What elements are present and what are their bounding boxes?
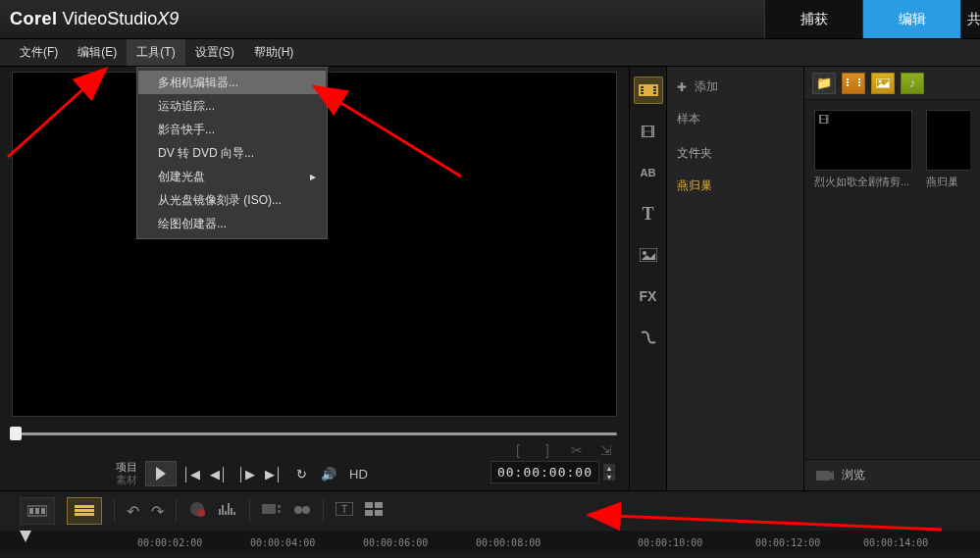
redo-button[interactable]: ↷ <box>151 502 164 521</box>
divider <box>176 499 177 523</box>
timecode-updown: ▲ ▼ <box>603 464 615 481</box>
multicam-button[interactable] <box>365 502 383 520</box>
chevron-right-icon: ▸ <box>310 170 316 183</box>
prev-frame-button[interactable]: ◀│ <box>206 463 232 484</box>
product-version: X9 <box>157 9 179 28</box>
svg-rect-28 <box>262 504 276 514</box>
filter-audio-button[interactable]: ♪ <box>901 73 924 94</box>
svg-rect-21 <box>35 508 39 514</box>
track-motion-button[interactable] <box>293 502 311 520</box>
menu-settings[interactable]: 设置(S) <box>185 39 244 66</box>
timeline-ruler[interactable]: 00:00:02:00 00:00:04:00 00:00:06:00 00:0… <box>0 531 980 550</box>
svg-rect-3 <box>641 92 644 94</box>
svg-text:T: T <box>341 504 347 515</box>
timecode-down[interactable]: ▼ <box>603 473 615 481</box>
tab-capture[interactable]: 捕获 <box>764 0 862 38</box>
film-icon: 🎞 <box>818 114 829 126</box>
add-folder-button[interactable]: ✚ 添加 <box>667 75 803 99</box>
track-motion-icon <box>293 504 311 516</box>
subtitle-button[interactable]: T <box>335 502 353 520</box>
timecode-display[interactable]: 00:00:00:00 <box>490 461 599 483</box>
product-name: VideoStudio <box>63 9 158 28</box>
volume-button[interactable]: 🔊 <box>316 463 341 484</box>
menu-burn-iso[interactable]: 从光盘镜像刻录 (ISO)... <box>138 188 326 212</box>
ruler-tick: 00:00:06:00 <box>363 537 428 548</box>
play-button[interactable] <box>145 461 177 486</box>
menu-multicam-editor[interactable]: 多相机编辑器... <box>138 71 326 94</box>
mark-in-icon[interactable]: [ <box>509 441 527 459</box>
selected-folder[interactable]: 燕归巢 <box>667 174 803 198</box>
play-icon <box>156 467 166 481</box>
title-tab[interactable]: T <box>634 200 663 228</box>
svg-rect-10 <box>847 78 849 80</box>
playback-mode-labels[interactable]: 项目 素材 <box>116 461 137 486</box>
transitions-tab[interactable]: AB <box>634 159 663 186</box>
svg-rect-14 <box>858 81 860 83</box>
graphic-tab[interactable] <box>634 241 663 269</box>
path-icon <box>640 329 657 346</box>
slider-knob[interactable] <box>10 427 22 440</box>
path-tab[interactable] <box>634 324 663 351</box>
thumbnail-grid: 🎞 烈火如歌全剧情剪... 燕归巢 <box>804 100 980 199</box>
next-frame-button[interactable]: │▶ <box>233 463 259 484</box>
filter-photo-button[interactable] <box>871 73 895 94</box>
thumbnail-label: 燕归巢 <box>926 175 970 189</box>
brand-name: Corel <box>10 9 58 28</box>
audio-mixer-button[interactable] <box>218 501 237 521</box>
import-folder-button[interactable]: 📁 <box>812 73 836 94</box>
thumbnail-preview: 🎞 <box>814 110 912 171</box>
repeat-button[interactable]: ↻ <box>288 463 314 484</box>
svg-rect-20 <box>29 508 33 514</box>
source-label: 素材 <box>116 474 137 486</box>
ruler-tick: 00:00:10:00 <box>638 537 702 548</box>
svg-rect-12 <box>847 84 849 86</box>
samples-folder[interactable]: 样本 <box>667 107 803 131</box>
preview-tools: [ ] ✂ ⇲ <box>509 441 615 459</box>
timecode-up[interactable]: ▲ <box>603 464 615 472</box>
thumbnail-item[interactable]: 燕归巢 <box>926 110 970 189</box>
slider-track-bar <box>12 432 617 435</box>
filter-video-button[interactable] <box>842 73 865 94</box>
hd-label[interactable]: HD <box>349 467 368 482</box>
add-folder-label: 添加 <box>695 78 718 95</box>
menu-tools[interactable]: 工具(T) <box>127 39 184 66</box>
undo-button[interactable]: ↶ <box>127 502 139 521</box>
svg-point-17 <box>879 79 882 82</box>
instant-project-tab[interactable]: 🎞 <box>634 118 663 145</box>
auto-music-button[interactable] <box>262 502 282 520</box>
tab-share-partial[interactable]: 共 <box>960 0 980 38</box>
library-content: 📁 ♪ 🎞 烈火如歌全剧情剪... <box>804 67 980 490</box>
mark-out-icon[interactable]: ] <box>539 441 556 459</box>
go-end-button[interactable]: ▶│ <box>261 463 286 484</box>
menu-edit[interactable]: 编辑(E) <box>68 39 127 66</box>
playhead-marker[interactable] <box>20 531 31 542</box>
menu-file[interactable]: 文件(F) <box>10 39 68 66</box>
svg-rect-2 <box>641 89 644 91</box>
ruler-tick: 00:00:14:00 <box>863 537 928 548</box>
svg-rect-5 <box>653 89 656 91</box>
menu-dv-to-dvd[interactable]: DV 转 DVD 向导... <box>138 141 326 165</box>
storyboard-view-button[interactable] <box>20 497 55 525</box>
menu-create-disc[interactable]: 创建光盘 ▸ <box>138 165 326 188</box>
menu-motion-tracking[interactable]: 运动追踪... <box>138 94 326 118</box>
scissors-icon[interactable]: ✂ <box>568 441 586 459</box>
menu-painting-creator[interactable]: 绘图创建器... <box>138 212 326 235</box>
thumbnail-item[interactable]: 🎞 烈火如歌全剧情剪... <box>814 110 912 189</box>
svg-rect-13 <box>858 78 860 80</box>
svg-point-8 <box>643 251 646 255</box>
video-filter-icon <box>846 77 861 89</box>
svg-rect-23 <box>75 505 94 508</box>
fullscreen-icon[interactable]: ⇲ <box>597 441 615 459</box>
record-button[interactable] <box>188 500 206 522</box>
menu-help[interactable]: 帮助(H) <box>244 39 304 66</box>
timeline-view-button[interactable] <box>67 497 102 525</box>
mixer-icon <box>218 501 237 517</box>
thumbnail-label: 烈火如歌全剧情剪... <box>814 175 912 189</box>
menu-movie-wizard[interactable]: 影音快手... <box>138 118 326 141</box>
browse-bar[interactable]: 浏览 <box>804 459 980 490</box>
media-tab[interactable] <box>634 76 663 104</box>
divider <box>249 499 250 523</box>
filter-tab[interactable]: FX <box>634 282 663 310</box>
tab-edit[interactable]: 编辑 <box>862 0 960 38</box>
go-start-button[interactable]: │◀ <box>179 463 204 484</box>
